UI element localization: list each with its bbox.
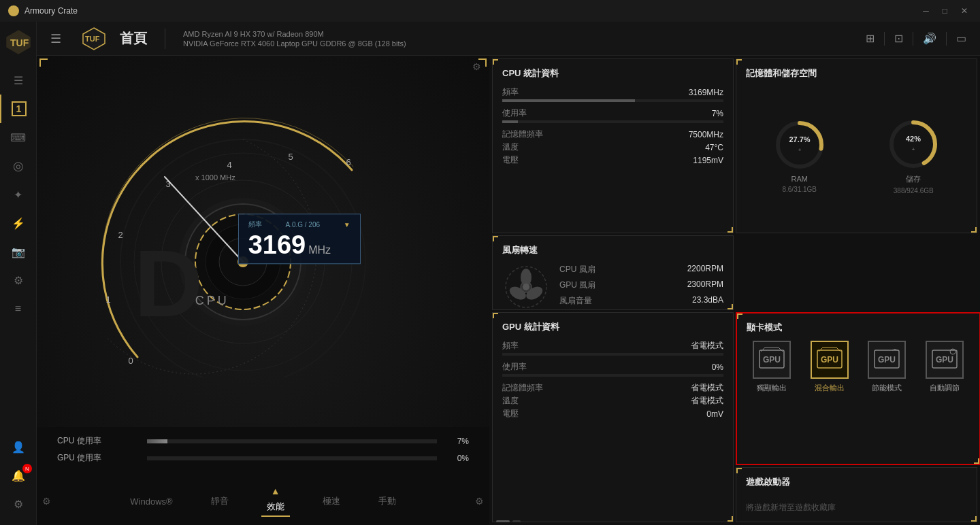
header-device-info: AMD Ryzen AI 9 HX 370 w/ Radeon 890M NVI… <box>183 30 406 48</box>
sidebar-bottom: 👤 🔔 N ⚙ <box>0 433 36 518</box>
gauge-bottom: CPU 使用率 7% GPU 使用率 0% <box>37 427 489 480</box>
header-divider4 <box>946 32 947 46</box>
perf-cpu-bar-fill <box>147 439 167 443</box>
svg-text:x 1000 MHz: x 1000 MHz <box>195 173 235 182</box>
gauge-arrow-icon: ▼ <box>344 221 350 228</box>
gpu-stat-freq-value: 省電模式 <box>691 340 723 352</box>
cpu-stat-temp-label: 溫度 <box>502 141 519 153</box>
sidebar-logo: TUF <box>5 29 32 56</box>
close-button[interactable]: ✕ <box>957 6 972 16</box>
header-logo: TUF <box>82 27 106 51</box>
gpu-stat-temp-value: 省電模式 <box>691 395 723 407</box>
sidebar-item-more[interactable]: ≡ <box>0 294 36 323</box>
sidebar-item-notification[interactable]: 🔔 N <box>0 461 36 490</box>
svg-text:GPU: GPU <box>936 355 953 365</box>
gpu-mode-hybrid[interactable]: GPU 混合輸出 <box>811 341 849 393</box>
tab-manual[interactable]: 手動 <box>373 492 402 510</box>
gauge-display-range: A.0.G / 206 <box>285 221 320 228</box>
grid-view-icon[interactable]: ⊞ <box>866 32 875 45</box>
perf-cpu-bar <box>147 439 437 443</box>
tab-performance-container: ▲ 效能 <box>261 486 290 517</box>
gpu-stats-title: GPU 統計資料 <box>502 321 723 333</box>
fan-cpu-row: CPU 風扇 2200RPM <box>559 264 723 275</box>
top-row: CPU 統計資料 頻率 3169MHz 使用率 7% <box>492 58 977 233</box>
tab-windows[interactable]: Windows® <box>125 494 178 509</box>
tab-performance[interactable]: 效能 <box>261 498 290 517</box>
fan-cpu-value: 2200RPM <box>687 264 723 275</box>
cpu-stat-freq-value: 3169MHz <box>689 88 723 97</box>
svg-text:+: + <box>798 147 801 153</box>
svg-text:42%: 42% <box>906 135 921 143</box>
gpu-mode-dedicated[interactable]: GPU 獨顯輸出 <box>753 341 791 393</box>
scroll-thumb <box>496 520 510 522</box>
mode-tabs: ⚙ Windows® 靜音 ▲ 效能 極速 手動 ⚙ <box>37 480 489 525</box>
cpu-stat-memfreq-value: 7500MHz <box>689 130 723 139</box>
svg-text:5: 5 <box>288 152 293 162</box>
tab-silent[interactable]: 靜音 <box>206 492 234 510</box>
sidebar-item-tools[interactable]: ⚙ <box>0 266 36 294</box>
gauge-display: 頻率 A.0.G / 206 ▼ 3169 MHz <box>238 214 361 264</box>
sidebar-item-boost[interactable]: ⚡ <box>0 209 36 237</box>
gpu-stat-temp-row: 溫度 省電模式 <box>502 395 723 407</box>
window-controls: ─ □ ✕ <box>919 6 972 16</box>
svg-text:+: + <box>912 146 915 152</box>
sidebar-item-lighting[interactable]: ✦ <box>0 180 36 209</box>
cpu-stat-volt-label: 電壓 <box>502 154 519 166</box>
mode-gear-left-icon[interactable]: ⚙ <box>42 496 51 507</box>
game-launcher-title: 遊戲啟動器 <box>746 476 967 488</box>
sidebar-item-menu[interactable]: ☰ <box>0 66 36 95</box>
sidebar-item-keyboard[interactable]: ⌨ <box>0 123 36 152</box>
fan-icon <box>502 263 550 311</box>
storage-gauge-circle: 42% + <box>886 117 941 171</box>
right-spacer <box>736 235 977 310</box>
header-title: 首頁 <box>120 29 147 48</box>
memory-panel: 記憶體和儲存空間 27.7% + <box>736 58 977 233</box>
gpu-mode-auto[interactable]: GPU 自動調節 <box>926 341 964 393</box>
target-icon: ◎ <box>13 158 24 173</box>
minimize-button[interactable]: ─ <box>919 6 933 16</box>
svg-text:TUF: TUF <box>85 35 100 43</box>
sidebar-item-target[interactable]: ◎ <box>0 152 36 180</box>
gpu-mode-auto-icon: GPU <box>926 341 964 379</box>
header-actions: ⊞ ⊡ 🔊 ▭ <box>866 32 966 46</box>
scroll-track <box>512 520 521 522</box>
fan-panel-inner: CPU 風扇 2200RPM GPU 風扇 2300RPM 風扇音量 23.3d… <box>502 263 723 311</box>
gpu-mode-eco-label: 節能模式 <box>872 383 902 393</box>
perf-gpu-value: 0% <box>445 454 469 463</box>
mode-gear-right-icon[interactable]: ⚙ <box>475 496 484 507</box>
svg-text:D: D <box>134 230 203 337</box>
maximize-button[interactable]: □ <box>938 6 951 16</box>
gpu-mode-dedicated-icon: GPU <box>753 341 791 379</box>
storage-detail: 388/924.6GB <box>894 187 934 194</box>
fan-panel: 風扇轉速 <box>492 235 734 310</box>
sidebar-item-home[interactable]: 1 <box>0 95 36 123</box>
gpu-mode-hybrid-icon: GPU <box>811 341 849 379</box>
gpu-stat-volt-value: 0mV <box>706 409 723 419</box>
svg-point-45 <box>950 349 956 354</box>
perf-cpu-label: CPU 使用率 <box>57 435 139 447</box>
gauge-unit: MHz <box>308 244 331 256</box>
scrollbar-indicator <box>496 520 521 522</box>
gpu-stat-volt-label: 電壓 <box>502 408 519 420</box>
gpu-mode-eco[interactable]: GPU 節能模式 <box>868 341 906 393</box>
monitor-icon[interactable]: ▭ <box>956 32 966 45</box>
gpu-stat-temp-label: 溫度 <box>502 395 519 407</box>
sidebar-item-profile[interactable]: 👤 <box>0 433 36 461</box>
cpu-stat-freq-row: 頻率 3169MHz <box>502 86 723 98</box>
cpu-stat-usage-row: 使用率 7% <box>502 107 723 119</box>
fan-gpu-value: 2300RPM <box>687 280 723 291</box>
sidebar-item-settings[interactable]: ⚙ <box>0 490 36 518</box>
tab-turbo[interactable]: 極速 <box>317 492 346 510</box>
gpu-freq-bar <box>502 353 723 356</box>
cpu-stat-temp-row: 溫度 47°C <box>502 141 723 153</box>
right-col: 顯卡模式 GPU <box>736 312 977 522</box>
fan-sound-row: 風扇音量 23.3dBA <box>559 295 723 307</box>
header-menu-icon[interactable]: ☰ <box>50 31 61 46</box>
header: ☰ TUF 首頁 AMD Ryzen AI 9 HX 370 w/ Radeon… <box>37 22 980 56</box>
share-icon[interactable]: ⊡ <box>894 32 903 45</box>
gauge-settings-icon[interactable]: ⚙ <box>472 61 481 72</box>
cpu-stats-title: CPU 統計資料 <box>502 67 723 80</box>
header-divider3 <box>913 32 913 46</box>
sidebar-item-camera[interactable]: 📷 <box>0 237 36 266</box>
bell-icon[interactable]: 🔊 <box>923 32 936 45</box>
